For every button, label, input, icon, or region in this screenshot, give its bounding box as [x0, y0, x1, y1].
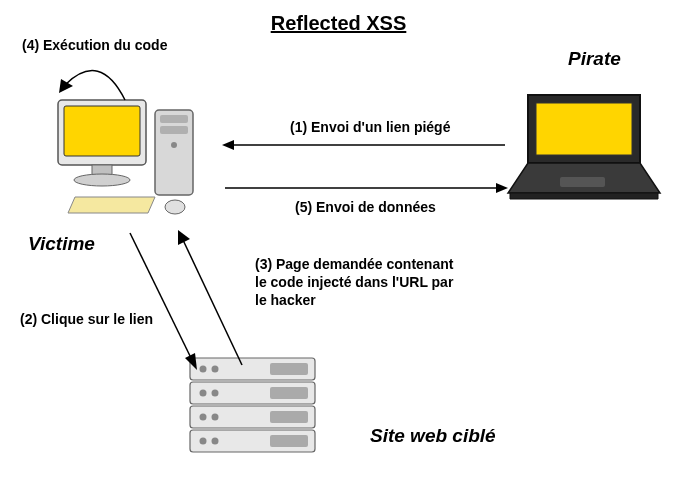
svg-point-7 [74, 174, 130, 186]
svg-point-25 [212, 438, 219, 445]
svg-point-3 [171, 142, 177, 148]
svg-line-33 [183, 240, 242, 365]
svg-point-16 [200, 390, 207, 397]
server-label: Site web ciblé [370, 425, 496, 447]
step3-label: (3) Page demandée contenant le code inje… [255, 255, 465, 310]
svg-rect-10 [560, 177, 605, 187]
svg-rect-1 [160, 115, 188, 123]
svg-marker-30 [496, 183, 508, 193]
arrow-step1 [220, 135, 510, 155]
step1-label: (1) Envoi d'un lien piégé [290, 118, 450, 136]
svg-marker-28 [222, 140, 234, 150]
diagram-title: Reflected XSS [271, 12, 407, 35]
pirate-laptop-icon [500, 85, 665, 215]
step5-label: (5) Envoi de données [295, 198, 436, 216]
step4-label: (4) Exécution du code [22, 36, 167, 54]
svg-marker-35 [59, 79, 73, 93]
arrow-step5 [220, 178, 510, 198]
arrow-step3 [170, 225, 260, 375]
victim-label: Victime [28, 233, 95, 255]
svg-point-17 [212, 390, 219, 397]
svg-rect-18 [270, 387, 308, 399]
svg-point-24 [200, 438, 207, 445]
svg-rect-26 [270, 435, 308, 447]
svg-point-8 [165, 200, 185, 214]
svg-point-20 [200, 414, 207, 421]
svg-rect-22 [270, 411, 308, 423]
svg-rect-2 [160, 126, 188, 134]
svg-rect-9 [536, 103, 632, 155]
step2-label: (2) Clique sur le lien [20, 310, 153, 328]
svg-rect-14 [270, 363, 308, 375]
pirate-label: Pirate [568, 48, 621, 70]
svg-point-21 [212, 414, 219, 421]
arrow-step4 [45, 55, 145, 110]
svg-rect-5 [64, 106, 140, 156]
